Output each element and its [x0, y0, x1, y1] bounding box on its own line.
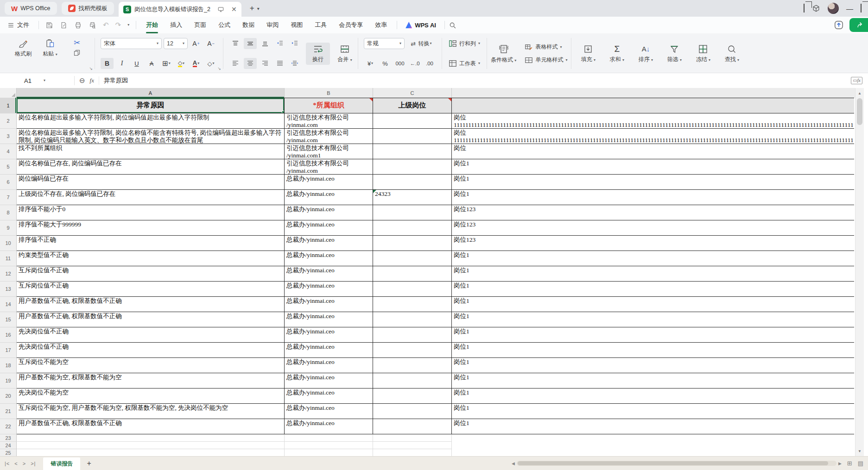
cell-style-button[interactable]: 单元格样式▾: [524, 55, 568, 66]
cell-B9[interactable]: 总裁办/yinmai.ceo: [285, 220, 373, 235]
cell-A17[interactable]: 先决岗位值不正确: [17, 343, 285, 357]
cell-D18[interactable]: 岗位1: [452, 358, 853, 373]
row-number[interactable]: 10: [0, 236, 17, 251]
new-tab-button[interactable]: +: [250, 4, 254, 13]
menu-view[interactable]: 视图: [285, 17, 309, 33]
font-name-select[interactable]: 宋体▾: [101, 38, 162, 49]
cell-B2[interactable]: 引迈信息技术有限公司 /yinmai.com: [285, 113, 373, 128]
cell-A10[interactable]: 排序值不正确: [17, 236, 285, 251]
vertical-scrollbar-thumb[interactable]: [857, 98, 862, 125]
windows-stack-icon[interactable]: [804, 4, 805, 13]
next-sheet-icon[interactable]: >: [23, 461, 26, 466]
cell-D4[interactable]: 岗位: [452, 144, 853, 159]
sort-button[interactable]: A↓ 排序 ▾: [634, 43, 658, 65]
file-menu[interactable]: 文件: [0, 21, 35, 29]
wrap-text-button[interactable]: 换行: [306, 43, 330, 65]
cell-B7[interactable]: 总裁办/yinmai.ceo: [285, 190, 373, 205]
find-button[interactable]: 查找 ▾: [720, 43, 744, 65]
menu-review[interactable]: 审阅: [260, 17, 285, 33]
cut-icon[interactable]: ✂: [74, 38, 80, 48]
cell-D6[interactable]: 岗位1: [452, 175, 853, 189]
cell-B22[interactable]: 总裁办/yinmai.ceo: [285, 419, 373, 434]
cell-D20[interactable]: 岗位1: [452, 389, 853, 403]
align-right-icon[interactable]: [259, 58, 272, 69]
cell-D19[interactable]: 岗位1: [452, 373, 853, 388]
cell-C12[interactable]: [373, 266, 452, 281]
undo-icon[interactable]: ↶: [103, 21, 109, 29]
cell-D14[interactable]: 岗位1: [452, 297, 853, 312]
percent-format-icon[interactable]: %: [379, 58, 392, 69]
cell-B13[interactable]: 总裁办/yinmai.ceo: [285, 282, 373, 296]
cell-B24[interactable]: [285, 442, 373, 449]
freeze-button[interactable]: 冻结 ▾: [691, 43, 715, 65]
cell-B23[interactable]: [285, 434, 373, 442]
scroll-right-icon[interactable]: ▶: [838, 461, 842, 466]
underline-button[interactable]: U: [130, 58, 143, 69]
align-left-icon[interactable]: [229, 58, 242, 69]
cell-C15[interactable]: [373, 312, 452, 327]
format-painter-button[interactable]: 格式刷: [11, 37, 35, 59]
scroll-down-icon[interactable]: ▼: [855, 447, 864, 455]
close-document-icon[interactable]: ✕: [231, 6, 237, 13]
row-number[interactable]: 9: [0, 220, 17, 236]
monitor-icon[interactable]: [217, 6, 224, 13]
avatar[interactable]: [828, 3, 839, 14]
cell-D13[interactable]: 岗位1: [452, 282, 853, 296]
cube-icon[interactable]: [812, 4, 820, 13]
row-number[interactable]: 15: [0, 312, 17, 327]
formula-bar-value[interactable]: 异常原因: [99, 76, 128, 85]
cell-B15[interactable]: 总裁办/yinmai.ceo: [285, 312, 373, 327]
row-number[interactable]: 3: [0, 129, 17, 144]
cell-C8[interactable]: [373, 205, 452, 220]
quick-access-chevron-icon[interactable]: ▾: [127, 23, 129, 27]
cell-A25[interactable]: [17, 449, 285, 456]
font-size-select[interactable]: 12▾: [164, 38, 188, 49]
row-number[interactable]: 5: [0, 159, 17, 175]
cell-A19[interactable]: 用户基数不能为空, 权限基数不能为空: [17, 373, 285, 388]
cell-D2[interactable]: 岗位 1111111111111111111111111111111111111…: [452, 113, 853, 128]
cell-A23[interactable]: [17, 434, 285, 442]
cell-C25[interactable]: [373, 449, 452, 456]
align-top-icon[interactable]: [229, 38, 242, 49]
cell-C17[interactable]: [373, 343, 452, 357]
clipboard-dialog-launcher-icon[interactable]: ↘: [89, 66, 93, 71]
font-color-button[interactable]: A▾: [190, 58, 203, 69]
cell-A13[interactable]: 互斥岗位值不正确: [17, 282, 285, 296]
cell-D22[interactable]: 岗位1: [452, 419, 853, 434]
menu-insert[interactable]: 插入: [164, 17, 188, 33]
decrease-font-icon[interactable]: A−: [204, 38, 217, 49]
bold-button[interactable]: B: [101, 58, 114, 69]
cell-B20[interactable]: 总裁办/yinmai.ceo: [285, 389, 373, 403]
menu-member[interactable]: 会员专享: [333, 17, 369, 33]
cell-D11[interactable]: 岗位1: [452, 251, 853, 266]
row-number[interactable]: 21: [0, 404, 17, 419]
fill-color-button[interactable]: ◇▾: [175, 58, 188, 69]
row-number[interactable]: 13: [0, 282, 17, 297]
cell-C6[interactable]: [373, 175, 452, 189]
cell-A5[interactable]: 岗位名称值已存在, 岗位编码值已存在: [17, 159, 285, 174]
horizontal-scrollbar[interactable]: ◀ ▶ ⊞ ▤: [512, 460, 863, 467]
strikethrough-button[interactable]: A: [145, 58, 158, 69]
tab-list-chevron-icon[interactable]: ▾: [257, 6, 260, 11]
table-style-button[interactable]: 表格样式▾: [524, 42, 563, 53]
cell-A15[interactable]: 用户基数值不正确, 权限基数值不正确: [17, 312, 285, 327]
filter-button[interactable]: 筛选 ▾: [662, 43, 686, 65]
cell-A21[interactable]: 互斥岗位不能为空, 用户基数不能为空, 权限基数不能为空, 先决岗位不能为空: [17, 404, 285, 419]
cell-D5[interactable]: 岗位1: [452, 159, 853, 174]
upload-icon[interactable]: [834, 20, 844, 30]
cell-C13[interactable]: [373, 282, 452, 296]
row-number[interactable]: 4: [0, 144, 17, 159]
cell-C7[interactable]: 24323: [373, 190, 452, 205]
menu-data[interactable]: 数据: [236, 17, 260, 33]
convert-button[interactable]: ⇄ 转换▾: [406, 38, 436, 49]
cell-B3[interactable]: 引迈信息技术有限公司 /yinmai.com: [285, 129, 373, 144]
scroll-left-icon[interactable]: ◀: [512, 461, 515, 466]
task-pane-icon[interactable]: ▭fx: [851, 77, 862, 84]
cell-C22[interactable]: [373, 419, 452, 434]
horizontal-scrollbar-track[interactable]: [517, 461, 836, 466]
cell-C3[interactable]: [373, 129, 452, 144]
conditional-format-button[interactable]: 条件格式 ▾: [488, 42, 519, 65]
cell-B21[interactable]: 总裁办/yinmai.ceo: [285, 404, 373, 419]
worksheet-button[interactable]: 工作表▾: [448, 58, 481, 69]
cell-B10[interactable]: 总裁办/yinmai.ceo: [285, 236, 373, 251]
